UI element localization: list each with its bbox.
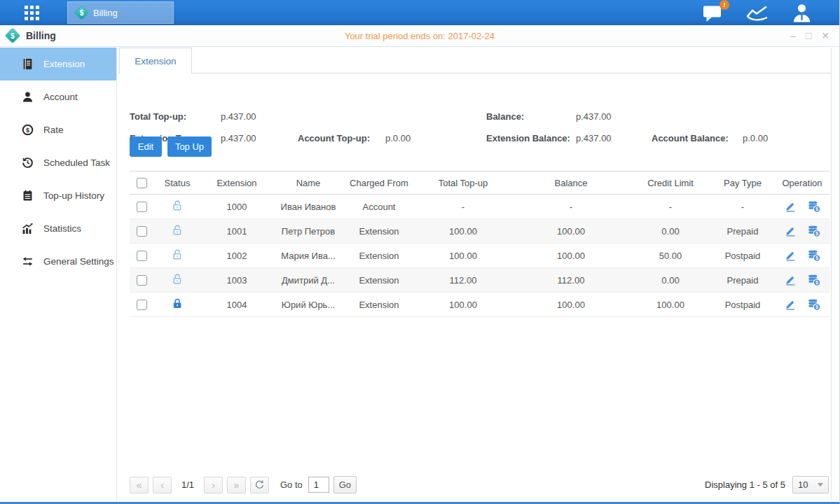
billing-diamond-icon: $: [5, 28, 21, 44]
unlocked-icon: [171, 248, 184, 263]
top-up-coins-icon[interactable]: $: [808, 274, 821, 286]
messages-icon[interactable]: !: [702, 4, 724, 22]
page-size-value: 10: [798, 479, 808, 490]
column-header: Total Top-up: [414, 172, 512, 194]
balance: 100.00: [512, 244, 630, 267]
table-row: 1003Дмитрий Д...Extension112.00112.000.0…: [130, 268, 830, 293]
account-topup-label: Account Top-up:: [298, 133, 370, 144]
reports-chart-icon[interactable]: [745, 4, 770, 22]
svg-text:$: $: [815, 280, 818, 286]
credit-limit: 50.00: [630, 244, 711, 267]
balance-label: Balance:: [486, 111, 524, 122]
column-header: Operation: [774, 172, 830, 194]
sidebar-item-label: Rate: [43, 125, 64, 135]
total-topup: -: [414, 195, 512, 218]
top-up-coins-icon[interactable]: $: [808, 200, 821, 213]
extension-topup-value: p.437.00: [221, 133, 256, 144]
sidebar-item-scheduled-task[interactable]: Scheduled Task: [0, 146, 116, 179]
top-up-coins-icon[interactable]: $: [808, 298, 821, 311]
total-topup-value: p.437.00: [221, 111, 256, 122]
sidebar-item-statistics[interactable]: Statistics: [0, 212, 116, 245]
sidebar-item-extension[interactable]: Extension: [0, 48, 116, 80]
edit-pencil-icon[interactable]: [784, 200, 797, 213]
app-tab-billing[interactable]: $ Billing: [67, 1, 174, 24]
extension-balance-value: p.437.00: [576, 133, 612, 144]
balance: 112.00: [512, 268, 630, 292]
sidebar-item-top-up-history[interactable]: Top-up History: [0, 179, 116, 212]
extension-number: 1004: [201, 293, 273, 316]
edit-button[interactable]: Edit: [130, 136, 162, 157]
extension-name: Юрий Юрь...: [273, 293, 344, 316]
next-page-button[interactable]: ›: [204, 477, 223, 493]
extension-name: Мария Ива...: [273, 244, 344, 267]
row-checkbox[interactable]: [137, 202, 147, 212]
app-launcher-icon[interactable]: [25, 6, 39, 20]
unlocked-icon: [171, 273, 184, 288]
total-topup: 100.00: [414, 293, 512, 316]
select-all-checkbox[interactable]: [137, 178, 147, 188]
balance: 100.00: [512, 293, 630, 316]
maximize-icon[interactable]: □: [806, 31, 811, 41]
top-up-coins-icon[interactable]: $: [808, 249, 821, 262]
total-topup: 100.00: [414, 219, 512, 243]
extension-table: StatusExtensionNameCharged FromTotal Top…: [130, 171, 830, 317]
edit-pencil-icon[interactable]: [784, 274, 797, 286]
sidebar-item-label: Statistics: [43, 223, 81, 234]
close-icon[interactable]: ✕: [821, 31, 829, 41]
sidebar-item-label: General Settings: [43, 256, 114, 267]
window-title-bar: $ Billing Your trial period ends on: 201…: [0, 25, 839, 47]
sidebar-item-account[interactable]: Account: [0, 80, 116, 113]
minimize-icon[interactable]: –: [790, 31, 796, 41]
last-page-button[interactable]: »: [227, 477, 246, 493]
dollar-circle-icon: $: [21, 124, 34, 136]
row-checkbox[interactable]: [137, 300, 147, 310]
edit-pencil-icon[interactable]: [784, 249, 797, 262]
column-header: Status: [153, 172, 201, 194]
row-checkbox[interactable]: [137, 226, 147, 237]
unlocked-icon: [171, 200, 184, 214]
sidebar-item-label: Top-up History: [43, 190, 104, 201]
page-size-select[interactable]: 10: [792, 476, 829, 493]
goto-page-input[interactable]: [308, 477, 329, 493]
svg-text:$: $: [815, 255, 818, 261]
top-up-coins-icon[interactable]: $: [808, 225, 821, 237]
credit-limit: -: [630, 195, 711, 218]
refresh-button[interactable]: [250, 477, 269, 493]
sidebar-item-rate[interactable]: $Rate: [0, 113, 116, 146]
tab-extension[interactable]: Extension: [119, 48, 192, 74]
row-checkbox[interactable]: [137, 275, 147, 286]
balance-summary: Total Top-up: p.437.00 Balance: p.437.00…: [118, 74, 831, 158]
column-header: Extension: [201, 172, 273, 194]
credit-limit: 100.00: [630, 293, 711, 316]
edit-pencil-icon[interactable]: [784, 225, 797, 237]
main-content: Extension Total Top-up: p.437.00 Balance…: [118, 48, 839, 500]
extension-name: Петр Петров: [273, 219, 344, 243]
extension-balance-label: Extension Balance:: [486, 133, 570, 144]
prev-page-button[interactable]: ‹: [153, 477, 172, 493]
extension-name: Иван Иванов: [273, 195, 344, 218]
pay-type: -: [711, 195, 774, 218]
extension-number: 1003: [201, 268, 273, 292]
window-title: Billing: [26, 30, 56, 41]
table-row: 1001Петр ПетровExtension100.00100.000.00…: [130, 219, 830, 244]
billing-diamond-icon: $: [74, 5, 89, 20]
charged-from: Extension: [344, 268, 414, 292]
edit-pencil-icon[interactable]: [784, 298, 797, 311]
sidebar-item-label: Scheduled Task: [43, 158, 110, 168]
column-header: Pay Type: [711, 172, 774, 194]
go-button[interactable]: Go: [333, 476, 357, 493]
main-menu-bar: $ Billing !: [0, 0, 839, 25]
pay-type: Postpaid: [711, 293, 774, 316]
account-balance-value: p.0.00: [743, 133, 768, 144]
first-page-button[interactable]: «: [130, 477, 149, 493]
sidebar-item-general-settings[interactable]: General Settings: [0, 245, 116, 278]
column-header: Credit Limit: [630, 172, 711, 194]
account-topup-value: p.0.00: [385, 133, 411, 144]
user-account-icon[interactable]: [791, 3, 813, 22]
top-up-button[interactable]: Top Up: [167, 136, 212, 157]
total-topup-label: Total Top-up:: [130, 111, 186, 122]
row-checkbox[interactable]: [137, 251, 147, 261]
balance-value: p.437.00: [576, 111, 612, 122]
extension-number: 1002: [201, 244, 273, 267]
notification-badge: !: [719, 0, 729, 10]
